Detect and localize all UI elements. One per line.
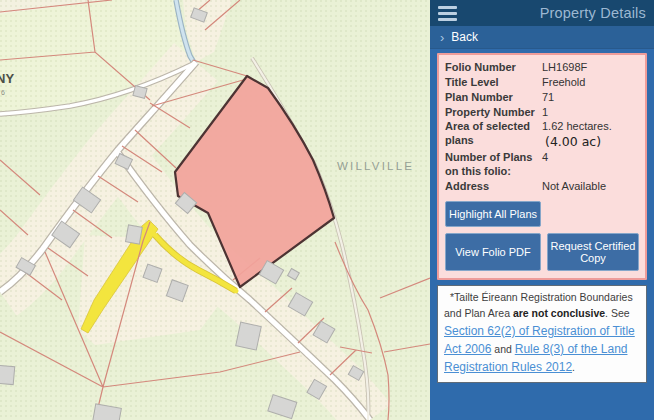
small-map-fragment: 6 [1, 89, 5, 96]
panel-header: Property Details [430, 0, 654, 26]
folio-actions: Highlight All Plans View Folio PDF Reque… [445, 201, 639, 271]
map-viewport[interactable]: WILLVILLE NY 6 [0, 0, 430, 420]
disclaimer-note: *Tailte Éireann Registration Boundaries … [437, 285, 647, 383]
panel-title: Property Details [457, 5, 646, 21]
back-label: Back [451, 30, 478, 44]
townland-label: WILLVILLE [337, 160, 414, 172]
note-bold-text: are not conclusive [513, 307, 605, 319]
chevron-right-icon: › [440, 31, 444, 44]
property-details-panel: Property Details › Back Folio Number LH1… [430, 0, 654, 420]
field-folio-number: Folio Number LH1698F [445, 61, 639, 75]
field-property-number: Property Number 1 [445, 106, 639, 120]
request-certified-copy-button[interactable]: Request Certified Copy [547, 233, 639, 271]
field-plan-count: Number of Plans on this folio: 4 [445, 151, 639, 179]
highlight-all-plans-button[interactable]: Highlight All Plans [445, 201, 541, 227]
area-acres-value: (4.00 ac) [545, 134, 601, 149]
folio-info-card: Folio Number LH1698F Title Level Freehol… [437, 53, 647, 280]
field-address: Address Not Available [445, 180, 639, 194]
area-value: 1.62 hectares. [542, 120, 612, 132]
view-folio-pdf-button[interactable]: View Folio PDF [445, 233, 541, 271]
partial-placename-label: NY [0, 71, 14, 86]
panel-body: Folio Number LH1698F Title Level Freehol… [430, 49, 654, 387]
back-button[interactable]: › Back [430, 26, 654, 49]
field-plan-number: Plan Number 71 [445, 91, 639, 105]
app-window: WILLVILLE NY 6 Property Details › Back F… [0, 0, 654, 420]
field-area: Area of selected plans 1.62 hectares. (4… [445, 120, 639, 150]
field-title-level: Title Level Freehold [445, 76, 639, 90]
map-canvas[interactable]: WILLVILLE NY 6 [0, 0, 430, 420]
menu-icon[interactable] [438, 6, 457, 21]
